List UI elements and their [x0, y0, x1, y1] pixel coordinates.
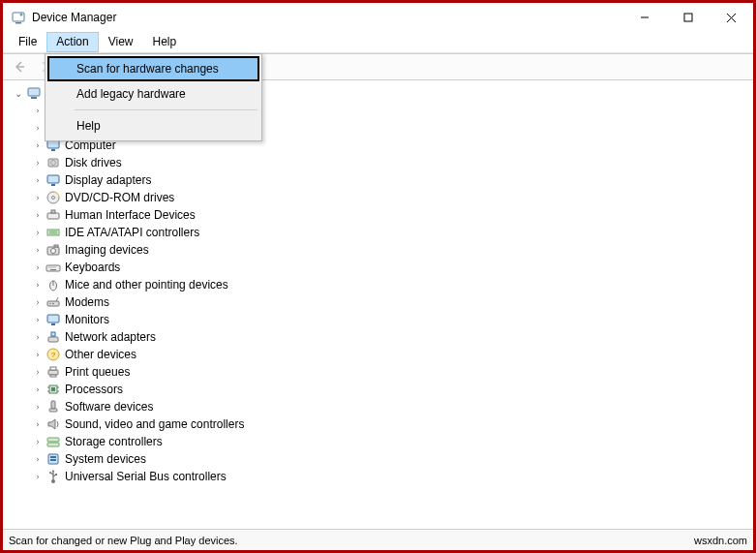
software-icon	[45, 399, 61, 415]
monitor-icon	[45, 312, 61, 327]
system-icon	[45, 451, 61, 467]
svg-rect-65	[50, 459, 56, 461]
sound-icon	[45, 416, 61, 432]
expand-icon[interactable]: ›	[32, 175, 44, 185]
statusbar: Scan for changed or new Plug and Play de…	[3, 529, 753, 550]
svg-point-40	[49, 303, 51, 305]
expand-icon[interactable]: ›	[32, 315, 44, 324]
usb-icon	[45, 469, 61, 484]
svg-point-32	[48, 266, 49, 267]
expand-icon[interactable]: ›	[32, 158, 44, 168]
category-label: Monitors	[65, 313, 109, 326]
tree-category[interactable]: ›Software devices	[32, 398, 753, 415]
category-label: Processors	[65, 383, 123, 396]
disk-icon	[45, 155, 61, 170]
svg-point-33	[50, 266, 51, 267]
tree-category[interactable]: ›Mice and other pointing devices	[32, 276, 753, 293]
titlebar: Device Manager	[3, 3, 753, 32]
svg-rect-4	[684, 14, 692, 21]
category-label: Universal Serial Bus controllers	[65, 470, 227, 483]
other-icon: ?	[45, 347, 61, 362]
expand-icon[interactable]: ›	[32, 140, 44, 150]
expand-icon[interactable]: ›	[32, 262, 44, 272]
svg-point-68	[49, 472, 51, 474]
collapse-icon[interactable]: ⌄	[13, 88, 24, 99]
expand-icon[interactable]: ›	[32, 193, 44, 202]
menu-help[interactable]: Help	[143, 32, 187, 52]
ide-icon	[45, 225, 61, 240]
expand-icon[interactable]: ›	[32, 454, 44, 464]
tree-category[interactable]: ›Modems	[32, 293, 753, 311]
close-button[interactable]	[710, 3, 753, 32]
svg-rect-36	[50, 269, 56, 270]
expand-icon[interactable]: ›	[32, 350, 44, 359]
category-label: Mice and other pointing devices	[65, 278, 228, 292]
expand-icon[interactable]: ›	[32, 332, 44, 342]
svg-rect-44	[51, 323, 55, 325]
svg-rect-15	[51, 149, 55, 151]
menu-scan-hardware[interactable]: Scan for hardware changes	[47, 56, 259, 81]
tree-category[interactable]: ›Human Interface Devices	[32, 206, 753, 224]
expand-icon[interactable]: ›	[32, 106, 44, 115]
menu-action[interactable]: Action	[46, 32, 98, 52]
menu-file[interactable]: File	[9, 32, 46, 52]
svg-text:?: ?	[51, 351, 56, 359]
tree-category[interactable]: ›Network adapters	[32, 328, 753, 346]
svg-rect-14	[47, 140, 59, 148]
tree-category[interactable]: ›Processors	[32, 381, 753, 398]
expand-icon[interactable]: ›	[32, 228, 44, 237]
expand-icon[interactable]: ›	[32, 367, 44, 377]
category-label: Human Interface Devices	[65, 208, 196, 222]
menubar: File Action View Help	[3, 32, 753, 53]
svg-rect-8	[28, 88, 40, 96]
window-buttons	[622, 3, 753, 32]
tree-category[interactable]: ›System devices	[32, 450, 753, 468]
svg-point-29	[51, 249, 56, 254]
expand-icon[interactable]: ›	[32, 280, 44, 290]
minimize-button[interactable]	[622, 3, 666, 32]
svg-rect-62	[47, 443, 59, 446]
menu-view[interactable]: View	[99, 32, 143, 52]
maximize-button[interactable]	[666, 3, 710, 32]
svg-point-35	[54, 266, 55, 267]
expand-icon[interactable]: ›	[32, 402, 44, 412]
device-tree[interactable]: ⌄ ›Batteries›Bluetooth›Computer›Disk dri…	[3, 80, 753, 529]
tree-category[interactable]: ›Universal Serial Bus controllers	[32, 468, 753, 485]
category-label: Display adapters	[65, 173, 151, 187]
expand-icon[interactable]: ›	[32, 245, 44, 255]
tree-category[interactable]: ›?Other devices	[32, 346, 753, 363]
tree-category[interactable]: ›Keyboards	[32, 259, 753, 276]
network-icon	[45, 329, 61, 345]
expand-icon[interactable]: ›	[32, 472, 44, 481]
expand-icon[interactable]: ›	[32, 123, 44, 133]
expand-icon[interactable]: ›	[32, 297, 44, 307]
menu-help-item[interactable]: Help	[47, 113, 259, 138]
expand-icon[interactable]: ›	[32, 419, 44, 429]
svg-rect-19	[47, 175, 59, 183]
tree-category[interactable]: ›Imaging devices	[32, 241, 753, 259]
svg-rect-25	[47, 230, 59, 235]
svg-rect-61	[47, 438, 59, 442]
expand-icon[interactable]: ›	[32, 437, 44, 446]
tree-category[interactable]: ›Monitors	[32, 311, 753, 328]
category-label: Imaging devices	[65, 243, 149, 257]
tree-category[interactable]: ›Storage controllers	[32, 433, 753, 450]
category-label: DVD/CD-ROM drives	[65, 191, 174, 204]
expand-icon[interactable]: ›	[32, 384, 44, 394]
tree-category[interactable]: ›IDE ATA/ATAPI controllers	[32, 224, 753, 241]
tree-category[interactable]: ›DVD/CD-ROM drives	[32, 189, 753, 206]
tree-category[interactable]: ›Disk drives	[32, 154, 753, 171]
tree-category[interactable]: ›Print queues	[32, 363, 753, 381]
tree-category[interactable]: ›Sound, video and game controllers	[32, 415, 753, 433]
svg-rect-52	[50, 375, 56, 377]
expand-icon[interactable]: ›	[32, 210, 44, 220]
category-label: IDE ATA/ATAPI controllers	[65, 226, 199, 239]
tree-category[interactable]: ›Display adapters	[32, 171, 753, 189]
mouse-icon	[45, 277, 61, 292]
back-button[interactable]	[9, 56, 30, 77]
menu-add-legacy[interactable]: Add legacy hardware	[47, 81, 259, 107]
cd-icon	[45, 190, 61, 205]
category-label: Modems	[65, 295, 109, 309]
hid-icon	[45, 207, 61, 223]
category-label: Disk drives	[65, 156, 122, 169]
